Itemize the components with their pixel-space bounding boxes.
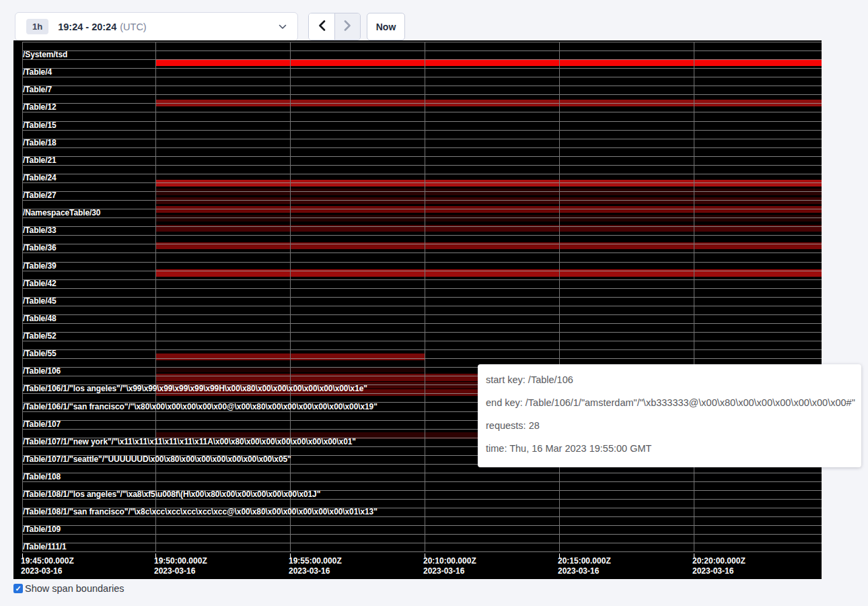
row-label: /Table/15 — [23, 121, 57, 130]
row-label: /Table/109 — [23, 525, 61, 534]
span-boundary-line — [22, 50, 822, 51]
tick-date: 2023-03-16 — [558, 566, 611, 576]
row-label: /Table/12 — [23, 103, 57, 112]
span-boundary-line — [22, 473, 822, 473]
heatmap-plot: /System/tsd/Table/4/Table/7/Table/12/Tab… — [13, 40, 822, 553]
span-boundary-line — [22, 534, 822, 535]
row-label: /Table/108/1/"san francisco"/"\x8c\xcc\x… — [23, 508, 377, 516]
heat-band[interactable] — [155, 59, 822, 66]
row-label: /Table/45 — [23, 297, 57, 306]
span-boundary-line — [22, 262, 822, 263]
span-boundary-line — [22, 323, 822, 324]
row-label: /Table/107 — [23, 420, 61, 429]
row-label: /Table/36 — [23, 244, 57, 252]
row-label: /Table/108/1/"los angeles"/"\xa8\xf5\u00… — [23, 490, 320, 499]
span-boundary-line — [22, 314, 822, 315]
row-label: /Table/106 — [23, 367, 61, 376]
tick-time: 19:45:00.000Z — [21, 556, 74, 566]
tick-time: 20:10:00.000Z — [423, 556, 476, 566]
span-boundary-line — [22, 42, 822, 42]
span-boundary-line — [22, 525, 822, 526]
row-label: /Table/106/1/"los angeles"/"\x99\x99\x99… — [23, 384, 367, 393]
tick-date: 2023-03-16 — [154, 566, 207, 576]
row-label: /Table/107/1/"seattle"/"UUUUUUD\x00\x80\… — [23, 455, 291, 464]
row-label: /Table/39 — [23, 262, 57, 271]
tick-time: 19:55:00.000Z — [289, 556, 342, 566]
chevron-right-icon — [344, 20, 351, 34]
span-boundary-line — [22, 68, 822, 69]
tick-time: 19:50:00.000Z — [154, 556, 207, 566]
span-boundary-line — [22, 279, 822, 280]
span-boundary-line — [22, 103, 822, 104]
footer: ✓ Show span boundaries — [13, 583, 124, 594]
time-gridline — [155, 42, 156, 552]
key-visualizer-canvas[interactable]: /System/tsd/Table/4/Table/7/Table/12/Tab… — [13, 40, 822, 579]
span-boundary-line — [22, 297, 822, 298]
time-gridline — [694, 42, 694, 552]
time-gridline — [559, 42, 560, 552]
next-time-button[interactable] — [334, 13, 360, 40]
row-label: /Table/106/1/"san francisco"/"\x80\x00\x… — [23, 403, 377, 411]
span-boundary-line — [22, 94, 822, 95]
chevron-down-icon — [279, 24, 287, 30]
span-boundary-line — [22, 165, 822, 166]
tick-date: 2023-03-16 — [692, 566, 746, 576]
time-range-selector[interactable]: 1h 19:24 - 20:24 (UTC) — [15, 12, 298, 41]
span-boundary-line — [22, 174, 822, 174]
span-boundary-line — [22, 349, 822, 350]
row-label: /Table/33 — [23, 226, 57, 235]
span-boundary-line — [22, 59, 822, 60]
axis-tick-label: 19:55:00.000Z2023-03-16 — [289, 556, 342, 576]
prev-time-button[interactable] — [309, 13, 334, 40]
row-label: /Table/48 — [23, 314, 57, 323]
span-boundary-line — [22, 86, 822, 86]
span-boundary-line — [22, 332, 822, 333]
span-boundary-line — [22, 209, 822, 209]
axis-tick-label: 20:15:00.000Z2023-03-16 — [558, 556, 611, 576]
tooltip-time: time: Thu, 16 Mar 2023 19:55:00 GMT — [486, 437, 853, 460]
row-label: /Table/108 — [23, 473, 61, 481]
span-boundary-line — [22, 499, 822, 500]
row-label: /NamespaceTable/30 — [23, 209, 100, 217]
now-button-label: Now — [376, 22, 396, 32]
span-boundary-line — [22, 200, 822, 201]
span-boundary-line — [22, 191, 822, 192]
span-tooltip: start key: /Table/106 end key: /Table/10… — [478, 364, 861, 467]
span-boundary-line — [22, 217, 822, 218]
span-boundary-line — [22, 139, 822, 139]
span-boundary-line — [22, 252, 822, 253]
row-label: /Table/21 — [23, 156, 57, 165]
time-gridline — [290, 42, 291, 552]
range-timezone: (UTC) — [120, 22, 146, 32]
span-boundary-line — [22, 306, 822, 306]
span-boundary-line — [22, 516, 822, 517]
now-button[interactable]: Now — [367, 13, 405, 40]
span-boundary-line — [22, 182, 822, 183]
show-span-boundaries-checkbox[interactable]: ✓ — [13, 584, 23, 593]
span-boundary-line — [22, 121, 822, 122]
span-boundary-line — [22, 271, 822, 271]
span-boundary-line — [22, 226, 822, 227]
show-span-boundaries-label[interactable]: Show span boundaries — [25, 583, 124, 594]
span-boundary-line — [22, 288, 822, 289]
range-text: 19:24 - 20:24 — [58, 22, 116, 32]
row-label: /Table/107/1/"new york"/"\x11\x11\x11\x1… — [23, 438, 356, 446]
tooltip-start-key: start key: /Table/106 — [486, 368, 853, 391]
row-label: /Table/111/1 — [23, 543, 67, 551]
axis-tick-label: 19:50:00.000Z2023-03-16 — [154, 556, 207, 576]
time-nav-group — [308, 13, 361, 40]
tick-time: 20:20:00.000Z — [692, 556, 746, 566]
span-boundary-line — [22, 130, 822, 131]
axis-tick-label: 20:10:00.000Z2023-03-16 — [423, 556, 476, 576]
toolbar: 1h 19:24 - 20:24 (UTC) Now — [0, 0, 868, 40]
tick-time: 20:15:00.000Z — [558, 556, 611, 566]
row-label: /Table/52 — [23, 332, 57, 341]
span-boundary-line — [22, 235, 822, 236]
span-boundary-line — [22, 156, 822, 157]
row-label: /Table/7 — [23, 86, 52, 94]
span-boundary-line — [22, 551, 822, 552]
tick-date: 2023-03-16 — [289, 566, 342, 576]
span-boundary-line — [22, 147, 822, 148]
row-label: /Table/18 — [23, 139, 57, 147]
row-label: /Table/4 — [23, 68, 52, 77]
